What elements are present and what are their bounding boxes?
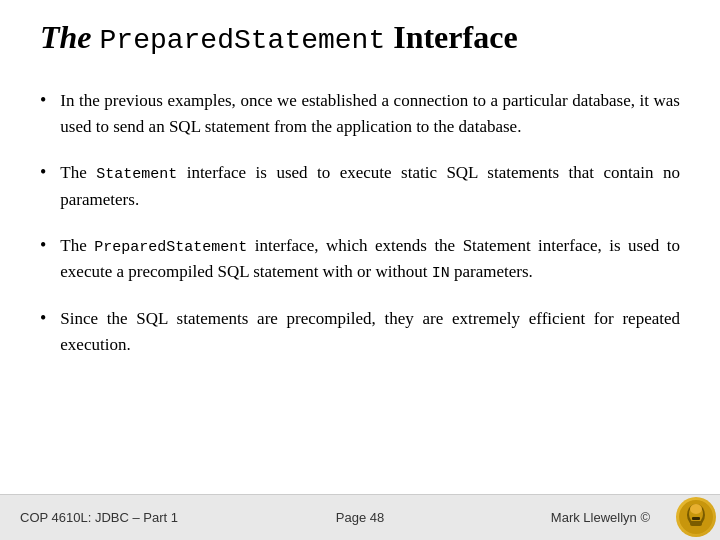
bullet-marker-2: • [40,162,46,183]
bullet-marker-4: • [40,308,46,329]
preparedstatement-mono: PreparedStatement [94,239,247,256]
slide-content: • In the previous examples, once we esta… [0,68,720,494]
svg-rect-4 [692,517,700,520]
slide: The PreparedStatement Interface • In the… [0,0,720,540]
bullet-text-2: The Statement interface is used to execu… [60,160,680,213]
title-the: The [40,19,92,55]
svg-rect-3 [690,521,702,526]
footer-author: Mark Llewellyn © [551,510,650,525]
title-mono: PreparedStatement [100,25,386,56]
title-interface: Interface [393,19,517,55]
bullet-item-2: • The Statement interface is used to exe… [40,150,680,223]
bullet-text-4: Since the SQL statements are precompiled… [60,306,680,359]
bullet-item-4: • Since the SQL statements are precompil… [40,296,680,369]
slide-header: The PreparedStatement Interface [0,0,720,68]
bullet-marker-3: • [40,235,46,256]
footer-page: Page 48 [336,510,384,525]
slide-title: The PreparedStatement Interface [40,18,680,58]
in-mono: IN [432,265,450,282]
footer-logo [676,497,716,537]
logo-svg [678,499,714,535]
statement-mono: Statement [96,166,177,183]
slide-footer: COP 4610L: JDBC – Part 1 Page 48 Mark Ll… [0,494,720,540]
bullet-text-1: In the previous examples, once we establ… [60,88,680,141]
footer-course: COP 4610L: JDBC – Part 1 [20,510,178,525]
bullet-marker-1: • [40,90,46,111]
bullet-text-3: The PreparedStatement interface, which e… [60,233,680,286]
logo-circle [676,497,716,537]
bullet-item-3: • The PreparedStatement interface, which… [40,223,680,296]
bullet-item-1: • In the previous examples, once we esta… [40,78,680,151]
svg-point-5 [690,504,702,514]
